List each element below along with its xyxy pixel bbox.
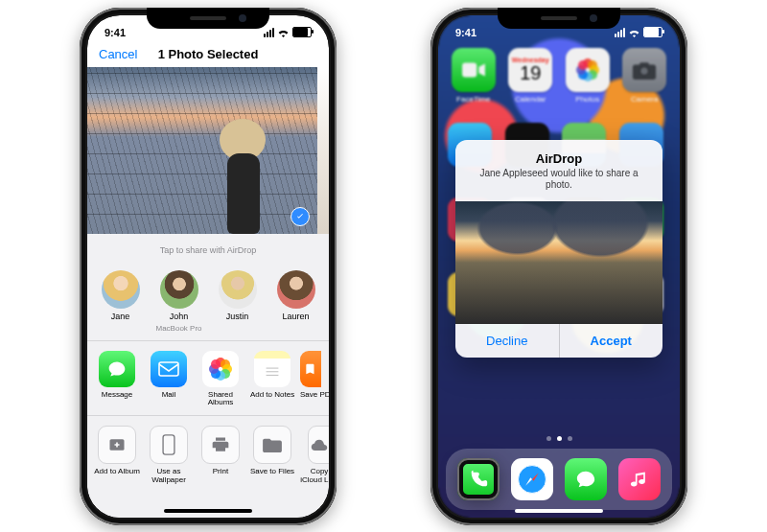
stage: 9:41 Cancel 1 Photo Selected [0,0,767,532]
wallpaper-icon [150,426,188,464]
contact-lauren[interactable]: Lauren [269,270,323,333]
notch [498,8,620,29]
dock [446,449,672,510]
notch [147,8,269,29]
action-label: Use as Wallpaper [145,468,193,485]
modal-title: AirDrop [469,151,649,166]
app-label: Shared Albums [197,391,244,408]
status-icons [264,27,312,37]
modal-header: AirDrop Jane Appleseed would like to sha… [455,140,662,201]
phone-left: 9:41 Cancel 1 Photo Selected [80,8,337,525]
screen-share: 9:41 Cancel 1 Photo Selected [87,15,329,518]
notes-icon [254,351,291,387]
contact-justin[interactable]: Justin [211,270,265,333]
status-icons [615,27,662,37]
action-add-to-album[interactable]: Add to Album [93,426,141,485]
battery-icon [643,27,662,37]
print-icon [201,426,240,464]
contact-jane[interactable]: Jane [94,270,148,333]
avatar [102,270,140,309]
contact-sub: MacBook Pro [155,325,201,333]
share-app-notes[interactable]: Add to Notes [248,351,296,408]
share-apps: Message Mail [87,341,329,417]
svg-rect-2 [163,435,174,454]
home-indicator[interactable] [515,509,603,513]
modal-photo-preview [455,201,662,324]
app-label: Save PDF to Books [300,391,329,400]
folder-icon [253,426,291,464]
wifi-icon [628,28,640,37]
cancel-button[interactable]: Cancel [99,47,137,61]
airdrop-section: Tap to share with AirDrop [87,234,329,265]
contact-name: John [170,312,189,321]
message-icon [99,351,135,387]
accept-button[interactable]: Accept [560,324,663,358]
action-label: Copy iCloud Link [300,468,329,485]
mail-icon [151,351,187,387]
status-time: 9:41 [105,27,126,38]
share-sheet: Tap to share with AirDrop Jane John MacB… [87,234,329,518]
status-time: 9:41 [455,27,476,38]
decline-button[interactable]: Decline [455,324,560,358]
signal-icon [264,28,274,37]
app-label: Message [102,391,132,400]
photo-figure [210,119,277,234]
share-actions: Add to Album Use as Wallpaper [87,416,329,491]
photos-icon [202,351,239,387]
page-dots[interactable] [438,436,680,441]
home-indicator[interactable] [164,509,252,513]
phone-right: 9:41 FaceTime [430,8,687,525]
share-app-message[interactable]: Message [93,351,141,408]
dock-phone[interactable] [457,458,500,500]
share-app-mail[interactable]: Mail [145,351,193,408]
modal-subtitle: Jane Appleseed would like to share a pho… [469,168,649,192]
avatar [219,270,257,309]
photo-fence-overlay [87,67,317,234]
books-icon [300,351,321,387]
photo-selected[interactable] [87,67,317,234]
share-app-shared-albums[interactable]: Shared Albums [197,351,244,408]
action-wallpaper[interactable]: Use as Wallpaper [145,426,193,485]
contact-name: Justin [226,312,249,321]
signal-icon [615,28,625,37]
airdrop-contacts: Jane John MacBook Pro Justin [87,265,329,341]
app-label: Mail [162,391,176,400]
dock-safari[interactable] [511,458,553,500]
action-icloud-link[interactable]: Copy iCloud Link [300,426,329,485]
dock-music[interactable] [618,458,661,500]
bezel: 9:41 FaceTime [438,15,680,518]
contact-name: Jane [111,312,130,321]
contact-john[interactable]: John MacBook Pro [152,270,206,333]
contact-name: Lauren [282,312,309,321]
action-print[interactable]: Print [197,426,244,485]
avatar [160,270,198,309]
share-app-books[interactable]: Save PDF to Books [300,351,329,408]
airdrop-modal: AirDrop Jane Appleseed would like to sha… [455,140,662,358]
screen-home: 9:41 FaceTime [438,15,680,518]
action-save-files[interactable]: Save to Files [248,426,296,485]
airdrop-label: Tap to share with AirDrop [160,245,257,255]
modal-buttons: Decline Accept [455,324,662,358]
icloud-link-icon [308,426,329,464]
battery-icon [292,27,312,37]
wifi-icon [277,28,290,37]
add-to-album-icon [98,426,136,464]
avatar [277,270,315,309]
action-label: Add to Album [94,468,140,476]
page-title: 1 Photo Selected [158,47,259,61]
action-label: Save to Files [250,468,294,476]
photo-next[interactable] [317,67,329,234]
selected-check-icon[interactable] [291,207,310,226]
action-label: Print [213,468,228,476]
dock-messages[interactable] [565,458,607,500]
bezel: 9:41 Cancel 1 Photo Selected [87,15,329,518]
app-label: Add to Notes [250,391,294,400]
photo-preview[interactable] [87,67,329,234]
